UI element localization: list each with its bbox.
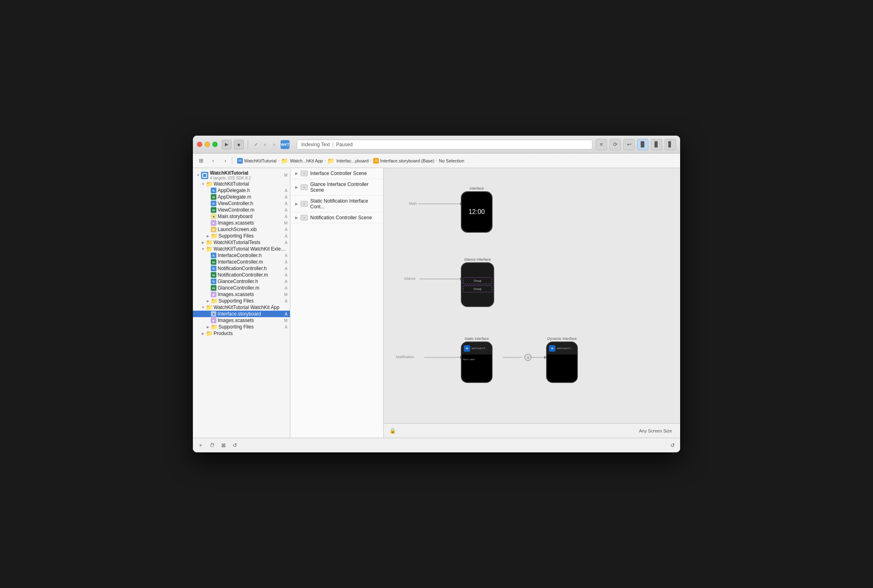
- back-icon[interactable]: ↩: [623, 139, 635, 150]
- clock-button[interactable]: ⏱: [207, 441, 216, 450]
- sidebar-item-appdelegate-h[interactable]: h AppDelegate.h A: [193, 187, 290, 194]
- recent-button[interactable]: ↺: [230, 441, 239, 450]
- project-triangle: [196, 173, 200, 177]
- sidebar-item-main-storyboard[interactable]: ■ Main.storyboard A: [193, 213, 290, 220]
- sidebar-item-nc-m[interactable]: m NotificationController.m A: [193, 272, 290, 278]
- scene-icon-2: ≡: [300, 184, 308, 190]
- interface-scene: Interface 12:00: [461, 186, 493, 233]
- sidebar-item-viewcontroller-m[interactable]: m ViewController.m A: [193, 207, 290, 213]
- static-notification-scene: Static Interface W WATCHKITT... Alert La…: [461, 337, 493, 383]
- assistant-icon[interactable]: ▊: [651, 139, 662, 150]
- interface-screen: 12:00: [462, 192, 492, 232]
- sidebar-item-ic-m[interactable]: m InterfaceController.m A: [193, 259, 290, 265]
- static-watch: W WATCHKITT... Alert Label: [461, 342, 493, 383]
- folder-icon-2: 📁: [327, 158, 334, 163]
- sidebar-item-interface-storyboard[interactable]: ■ Interface.storyboard A: [193, 311, 290, 317]
- close-button[interactable]: [197, 142, 202, 147]
- static-notif-header: W WATCHKITT...: [462, 342, 492, 355]
- lock-icon[interactable]: 🔒: [387, 425, 398, 437]
- file-m-icon-4: m: [211, 272, 216, 278]
- breadcrumb-project[interactable]: W WatchKitTutorial: [237, 158, 277, 164]
- main-content: WatchKitTutorial 4 targets, iOS SDK 8.2 …: [193, 168, 680, 438]
- scene-refresh-button[interactable]: ↺: [668, 441, 677, 450]
- sidebar-item-images-xcassets-2[interactable]: ■ Images.xcassets M: [193, 291, 290, 298]
- next-icon[interactable]: ›: [220, 156, 230, 166]
- sidebar-item-images-xcassets-3[interactable]: ■ Images.xcassets M: [193, 317, 290, 324]
- folder-wkt-icon: 📁: [206, 182, 212, 186]
- sidebar-item-images-xcassets-1[interactable]: ■ Images.xcassets M: [193, 220, 290, 226]
- scene-tri-1: ▶: [295, 171, 298, 175]
- file-xib-icon: ■: [211, 227, 216, 232]
- utilities-icon[interactable]: ▋: [665, 139, 676, 150]
- wkt-label: WatchKitTutorial: [214, 181, 287, 187]
- maximize-button[interactable]: [212, 142, 218, 147]
- sidebar-item-project[interactable]: WatchKitTutorial 4 targets, iOS SDK 8.2 …: [193, 170, 290, 181]
- nav-back[interactable]: ‹: [261, 141, 269, 149]
- status-text: Indexing Text: [301, 142, 330, 147]
- canvas-area[interactable]: Main Glance Notification ✕: [384, 168, 680, 438]
- sidebar-item-wka[interactable]: 📁 WatchKitTutorial WatchKit App: [193, 304, 290, 311]
- minimize-button[interactable]: [205, 142, 210, 147]
- sidebar-item-ic-h[interactable]: h InterfaceController.h A: [193, 252, 290, 259]
- stop-button[interactable]: ■: [234, 140, 244, 149]
- filter-button[interactable]: ⊠: [219, 441, 228, 450]
- sidebar-item-appdelegate-m[interactable]: m AppDelegate.m A: [193, 194, 290, 200]
- sidebar-item-wkt[interactable]: 📁 WatchKitTutorial: [193, 181, 290, 187]
- status-bar: Indexing Text | Paused: [297, 140, 592, 149]
- wke-triangle: [201, 247, 205, 251]
- folder-sf3-icon: 📁: [211, 324, 217, 329]
- nav-check[interactable]: ✓: [252, 141, 260, 149]
- sidebar-item-supporting-files-3[interactable]: 📁 Supporting Files A: [193, 324, 290, 330]
- folder-sf2-icon: 📁: [211, 298, 217, 303]
- canvas-arrows: Main Glance Notification ✕: [384, 168, 668, 438]
- clock-icon[interactable]: ⟳: [609, 139, 621, 150]
- interface-time: 12:00: [469, 208, 485, 216]
- project-subtitle: 4 targets, iOS SDK 8.2: [210, 176, 284, 180]
- file-m-icon-5: m: [211, 285, 216, 291]
- scene-item-interface[interactable]: ▶ ≡ Interface Controller Scene: [290, 168, 383, 179]
- file-h-icon-1: h: [211, 188, 216, 193]
- breadcrumb-group[interactable]: 📁 Watch...hKit App: [281, 158, 323, 163]
- scene-panel: ▶ ≡ Interface Controller Scene ▶ ≡ Glanc…: [290, 168, 384, 438]
- bottom-bar: + ⏱ ⊠ ↺ ↺: [193, 438, 680, 452]
- toolbar-divider: [232, 157, 232, 164]
- sidebar-item-supporting-files-2[interactable]: 📁 Supporting Files A: [193, 298, 290, 304]
- folder-tests-icon: 📁: [206, 240, 212, 245]
- scene-item-notification[interactable]: ▶ ≡ Notification Controller Scene: [290, 212, 383, 223]
- folder-wka-icon: 📁: [206, 305, 212, 310]
- breadcrumb-file[interactable]: 📁 Interfac...yboard: [327, 158, 369, 163]
- project-badge: M: [284, 173, 287, 177]
- prev-icon[interactable]: ‹: [208, 156, 218, 166]
- scene-item-static[interactable]: ▶ ≡ Static Notification Interface Cont..…: [290, 196, 383, 212]
- breadcrumb-storyboard[interactable]: S Interface.storyboard (Base): [373, 158, 434, 164]
- grid-icon[interactable]: ⊞: [196, 156, 206, 166]
- titlebar: ▶ ■ ✓ ‹ › WKT Indexing Text | Paused ≡ ⟳…: [193, 136, 680, 153]
- folder-sf1-icon: 📁: [211, 233, 217, 238]
- scene-item-glance[interactable]: ▶ ≡ Glance Interface Controller Scene: [290, 179, 383, 196]
- project-icon-blue: [201, 172, 208, 179]
- sidebar-item-gc-h[interactable]: h GlanceController.h A: [193, 278, 290, 285]
- scene-tri-3: ▶: [295, 202, 298, 206]
- sidebar-item-gc-m[interactable]: m GlanceController.m A: [193, 285, 290, 291]
- scene-icon-1: ≡: [300, 171, 308, 176]
- glance-group1-label: Group: [473, 279, 481, 282]
- wka-triangle: [201, 305, 205, 309]
- sidebar-item-products[interactable]: 📁 Products: [193, 330, 290, 337]
- nav-arrows: ✓ ‹ ›: [252, 141, 278, 149]
- navigator-icon[interactable]: ▉: [637, 139, 648, 150]
- nav-forward[interactable]: ›: [270, 141, 278, 149]
- static-app-icon: W: [464, 345, 470, 352]
- sidebar-item-nc-h[interactable]: h NotificationController.h A: [193, 265, 290, 272]
- sidebar-item-supporting-files-1[interactable]: 📁 Supporting Files A: [193, 233, 290, 239]
- align-icon[interactable]: ≡: [596, 139, 607, 150]
- breadcrumb-storyboard-label: Interface.storyboard (Base): [380, 158, 434, 163]
- sidebar-item-wke[interactable]: 📁 WatchKitTutorial WatchKit Extension: [193, 246, 290, 252]
- xcode-window: ▶ ■ ✓ ‹ › WKT Indexing Text | Paused ≡ ⟳…: [193, 136, 680, 452]
- sidebar-item-viewcontroller-h[interactable]: h ViewController.h A: [193, 200, 290, 207]
- static-app-name: WATCHKITT...: [471, 347, 487, 350]
- add-button[interactable]: +: [196, 441, 205, 450]
- sidebar-item-launchscreen[interactable]: ■ LaunchScreen.xib A: [193, 226, 290, 233]
- run-button[interactable]: ▶: [222, 140, 231, 149]
- sidebar-item-tests[interactable]: 📁 WatchKitTutorialTests A: [193, 239, 290, 246]
- breadcrumb-sep-1: ›: [278, 158, 279, 163]
